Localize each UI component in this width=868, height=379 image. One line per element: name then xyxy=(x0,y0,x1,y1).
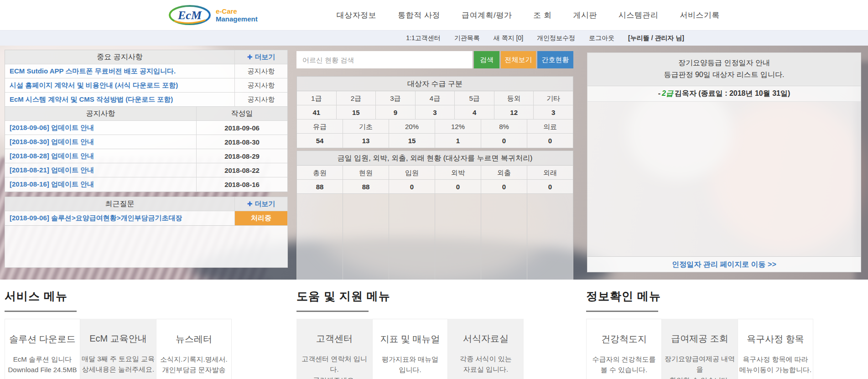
notice-link[interactable]: [2018-08-30] 업데이트 안내 xyxy=(10,138,94,146)
grade-value-cell: 15 xyxy=(336,105,376,119)
daily-status-header-cell: 총원 xyxy=(297,166,343,180)
utility-bar: 1:1고객센터 기관목록 새 쪽지 [0] 개인정보수정 로그아웃 [누리뜰 /… xyxy=(0,30,868,46)
grade-header-cell: 1급 xyxy=(297,91,336,105)
footer-card-education[interactable]: EcM 교육안내 매달 3째 주 토요일 교육 상세내용은 눌러주세요. xyxy=(80,319,156,379)
view-all-button[interactable]: 전체보기 xyxy=(501,51,536,68)
footer-section-title: 정보확인 메뉴 xyxy=(586,289,868,304)
daily-status-empty-grid xyxy=(297,194,573,280)
daily-status-value-cell: 88 xyxy=(297,180,343,194)
footer-section-help: 도움 및 지원 메뉴 고객센터 고객센터 연락처 입니다. 클릭해주세요. 지표… xyxy=(296,289,586,379)
util-edit-profile[interactable]: 개인정보수정 xyxy=(537,34,575,42)
notice-link[interactable]: [2018-08-21] 업데이트 안내 xyxy=(10,166,94,175)
nav-item-benefit-plan[interactable]: 급여계획/평가 xyxy=(462,10,512,21)
recognition-empty-area xyxy=(587,102,861,256)
svg-text:EcM: EcM xyxy=(177,9,202,22)
nav-item-service-record[interactable]: 서비스기록 xyxy=(680,10,720,21)
type-header-cell: 8% xyxy=(481,119,527,134)
footer-card-needs-assessment[interactable]: 욕구사정 항목 욕구사정 항목에 따라 메뉴이동이 가능합니다. xyxy=(738,319,813,379)
type-value-row: 54 13 15 1 0 0 xyxy=(297,134,573,148)
footer-card-manual[interactable]: 지표 및 매뉴얼 평가지표와 매뉴얼 입니다. xyxy=(372,319,448,379)
brand-text: e-Care Management xyxy=(216,7,258,23)
main-dashboard: 중요 공지사항 ✚ 더보기 ECM Sutdio APP 스마트폰 무료버전 배… xyxy=(0,46,868,280)
notice-board-row: [2018-08-30] 업데이트 안내 2018-08-30 xyxy=(5,135,287,149)
footer-card-health-scale[interactable]: 건강척도지 수급자의 건강척도를 볼 수 있습니다. xyxy=(586,319,662,379)
type-value-cell: 13 xyxy=(343,134,389,148)
daily-status-value-cell: 0 xyxy=(435,180,481,194)
notice-link[interactable]: 시설 홈페이지 계약서 및 비용안내 (서식 다운로드 포함) xyxy=(10,81,178,90)
grade-header-cell: 5급 xyxy=(454,91,494,105)
grade-header-cell: 3급 xyxy=(375,91,415,105)
util-org-list[interactable]: 기관목록 xyxy=(454,34,480,42)
top-header: EcM e-Care Management 대상자정보 통합적 사정 급여계획/… xyxy=(0,0,868,30)
important-notice-table: 중요 공지사항 ✚ 더보기 ECM Sutdio APP 스마트폰 무료버전 배… xyxy=(5,50,288,192)
grade-value-row: 41 15 9 3 4 12 3 xyxy=(297,105,573,119)
notice-board-row: [2018-08-28] 업데이트 안내 2018-08-29 xyxy=(5,149,287,163)
elder-search-input[interactable] xyxy=(296,51,473,68)
footer-card-form-library[interactable]: 서식자료실 각종 서식이 있는 자료실 입니다. xyxy=(448,319,524,379)
important-notice-more-button[interactable]: ✚ 더보기 xyxy=(247,53,275,62)
plus-icon: ✚ xyxy=(247,53,253,61)
recognition-title-line2: 등급판정 90일 대상자 리스트 입니다. xyxy=(587,69,861,81)
important-notice-row: ECM Sutdio APP 스마트폰 무료버전 배포 공지입니다. 공지사항 xyxy=(5,64,287,78)
daily-status-header-cell: 외출 xyxy=(481,166,527,180)
recent-question-more-button[interactable]: ✚ 더보기 xyxy=(247,200,275,208)
footer-card-desc: 수급자의 건강척도를 볼 수 있습니다. xyxy=(587,354,660,375)
notice-board-col-title: 공지사항 xyxy=(86,109,115,119)
footer-card-solution-download[interactable]: 솔루션 다운로드 EcM 솔루션 입니다 Download File 24.5M… xyxy=(5,319,80,379)
footer-menus: 서비스 메뉴 솔루션 다운로드 EcM 솔루션 입니다 Download Fil… xyxy=(0,280,868,379)
nav-item-system-admin[interactable]: 시스템관리 xyxy=(619,10,659,21)
footer-card-title: 지표 및 매뉴얼 xyxy=(374,333,447,345)
important-notice-title: 중요 공지사항 xyxy=(97,52,142,62)
entry-prefix: - xyxy=(658,89,660,98)
daily-status-header-cell: 현원 xyxy=(343,166,389,180)
footer-card-desc: 평가지표와 매뉴얼 입니다. xyxy=(374,354,447,375)
notice-date: 2018-08-29 xyxy=(224,152,260,160)
nav-item-assessment[interactable]: 통합적 사정 xyxy=(398,10,440,21)
nursing-status-button[interactable]: 간호현황 xyxy=(537,51,573,68)
notice-link[interactable]: EcM 시스템 계약서 및 CMS 작성방법 (다운로드 포함) xyxy=(10,95,173,104)
daily-status-header-cell: 입원 xyxy=(389,166,435,180)
util-new-message[interactable]: 새 쪽지 [0] xyxy=(494,34,523,42)
type-value-cell: 0 xyxy=(527,134,573,148)
question-link[interactable]: [2018-09-06] 솔루션>요양급여현황>개인부담금기초대장 xyxy=(10,214,182,223)
footer-card-title: EcM 교육안내 xyxy=(81,332,155,345)
recognition-title-line1: 장기요양등급 인정일자 안내 xyxy=(587,57,861,69)
nav-item-target-info[interactable]: 대상자정보 xyxy=(337,10,377,21)
important-notice-header: 중요 공지사항 ✚ 더보기 xyxy=(5,50,287,64)
notice-board-row: [2018-08-16] 업데이트 안내 2018-08-16 xyxy=(5,177,287,192)
util-logout[interactable]: 로그아웃 xyxy=(589,34,614,42)
recent-question-title: 최근질문 xyxy=(105,199,135,209)
footer-card-benefit-lookup[interactable]: 급여제공 조회 장기요양급여제공 내역을 확인할 수 있습니다. xyxy=(662,319,738,379)
footer-card-title: 욕구사정 항목 xyxy=(739,333,812,345)
ecm-logo-icon: EcM xyxy=(168,4,212,26)
footer-card-desc: 욕구사정 항목에 따라 메뉴이동이 가능합니다. xyxy=(739,354,812,375)
daily-status-table: 금일 입원, 외박, 외출, 외래 현황 (대상자를 누르면 복귀처리) 총원 … xyxy=(296,151,573,280)
notice-link[interactable]: ECM Sutdio APP 스마트폰 무료버전 배포 공지입니다. xyxy=(10,67,176,76)
footer-card-newsletter[interactable]: 뉴스레터 소식지.기록지.명세서. 개인부담금 문자발송 xyxy=(156,319,232,379)
footer-card-title: 건강척도지 xyxy=(587,333,660,345)
notice-link[interactable]: [2018-08-28] 업데이트 안내 xyxy=(10,152,94,161)
nav-item-board[interactable]: 게시판 xyxy=(573,10,598,21)
nav-item-inquiry[interactable]: 조 회 xyxy=(533,10,551,21)
grade-value-cell: 41 xyxy=(297,105,336,119)
daily-status-value-row: 88 88 0 0 0 0 xyxy=(297,180,573,194)
question-status-badge[interactable]: 처리중 xyxy=(235,211,287,225)
notice-link[interactable]: [2018-09-06] 업데이트 안내 xyxy=(10,124,94,132)
recognition-manage-link[interactable]: 인정일자 관리 페이지로 이동 >> xyxy=(587,256,861,272)
footer-card-customer-center[interactable]: 고객센터 고객센터 연락처 입니다. 클릭해주세요. xyxy=(296,319,372,379)
footer-section-title: 도움 및 지원 메뉴 xyxy=(296,289,586,304)
ecm-logo[interactable]: EcM e-Care Management xyxy=(168,4,258,26)
daily-status-header-cell: 외박 xyxy=(435,166,481,180)
recognition-entry[interactable]: - 2급 김옥자 (종료일 : 2018년 10월 31일) xyxy=(587,86,861,102)
daily-status-value-cell: 0 xyxy=(481,180,527,194)
recent-question-row: [2018-09-06] 솔루션>요양급여현황>개인부담금기초대장 처리중 xyxy=(5,211,287,225)
grade-value-cell: 3 xyxy=(533,105,573,119)
title-underline xyxy=(5,311,77,312)
type-value-cell: 0 xyxy=(481,134,527,148)
main-nav: 대상자정보 통합적 사정 급여계획/평가 조 회 게시판 시스템관리 서비스기록 xyxy=(337,0,720,30)
util-customer-center[interactable]: 1:1고객센터 xyxy=(406,34,440,42)
notice-link[interactable]: [2018-08-16] 업데이트 안내 xyxy=(10,180,94,189)
search-button[interactable]: 검색 xyxy=(474,51,499,68)
daily-status-value-cell: 88 xyxy=(343,180,389,194)
notice-tag: 공지사항 xyxy=(248,67,275,76)
